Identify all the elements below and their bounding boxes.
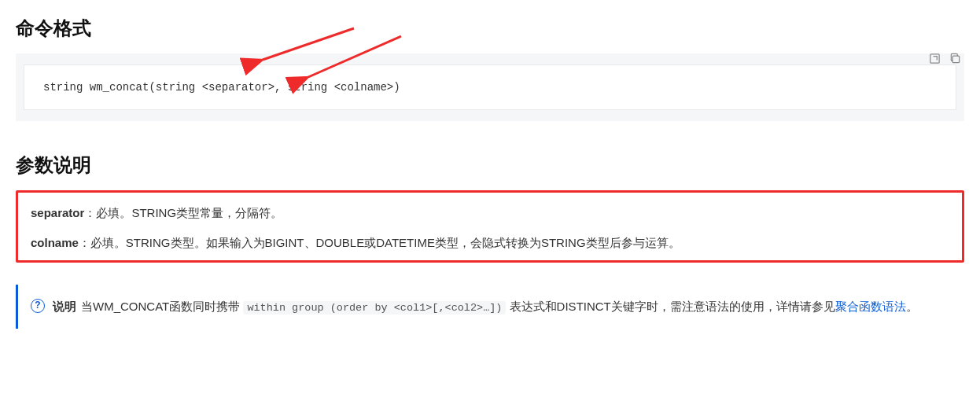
note-box: ? 说明当WM_CONCAT函数同时携带 within group (order… [16, 285, 964, 329]
note-label: 说明 [53, 300, 76, 313]
svg-rect-0 [930, 53, 938, 62]
note-text: 。 [906, 300, 918, 313]
note-inline-code: within group (order by <col1>[,<col2>…]) [243, 301, 506, 315]
code-toolbar [927, 50, 963, 66]
syntax-heading: 命令格式 [16, 16, 964, 41]
params-box: separator：必填。STRING类型常量，分隔符。 colname：必填。… [16, 190, 964, 263]
param-name: separator [31, 206, 84, 219]
param-name: colname [31, 236, 79, 249]
param-desc: ：必填。STRING类型常量，分隔符。 [84, 206, 282, 219]
note-text: 表达式和DISTINCT关键字时，需注意语法的使用，详情请参见 [506, 300, 834, 313]
code-block-wrapper: string wm_concat(string <separator>, str… [16, 53, 964, 121]
copy-icon[interactable] [947, 50, 963, 66]
note-content: 说明当WM_CONCAT函数同时携带 within group (order b… [53, 296, 952, 318]
note-link[interactable]: 聚合函数语法 [835, 300, 906, 313]
note-text: 当WM_CONCAT函数同时携带 [81, 300, 243, 313]
syntax-code: string wm_concat(string <separator>, str… [24, 64, 956, 110]
info-icon: ? [31, 299, 45, 313]
param-row: colname：必填。STRING类型。如果输入为BIGINT、DOUBLE或D… [31, 234, 949, 252]
param-row: separator：必填。STRING类型常量，分隔符。 [31, 204, 949, 223]
params-heading: 参数说明 [16, 153, 964, 178]
svg-rect-1 [952, 56, 959, 62]
expand-icon[interactable] [927, 50, 942, 66]
param-desc: ：必填。STRING类型。如果输入为BIGINT、DOUBLE或DATETIME… [79, 236, 680, 249]
